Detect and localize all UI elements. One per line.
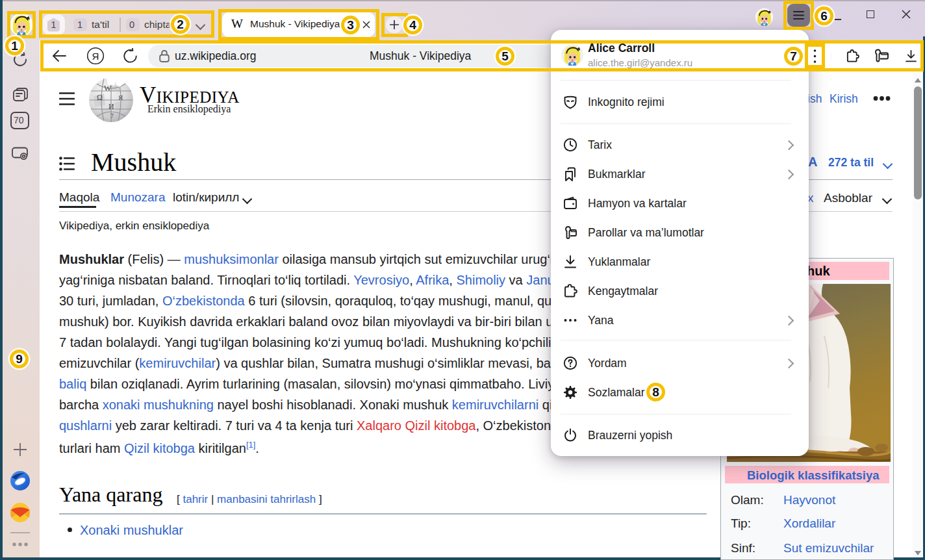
svg-text:Я: Я	[118, 94, 123, 101]
svg-text:7: 7	[110, 112, 114, 120]
svg-text:Ω: Ω	[97, 93, 103, 102]
svg-text:W: W	[104, 84, 112, 93]
svg-text:И: И	[108, 102, 114, 111]
